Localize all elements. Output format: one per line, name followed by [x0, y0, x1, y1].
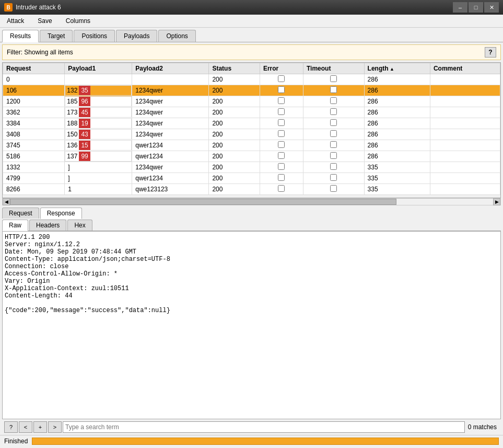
cell-payload2: 1234qwer	[132, 107, 209, 118]
cell-comment	[430, 162, 500, 173]
filter-help-button[interactable]: ?	[485, 47, 496, 58]
cell-status: 200	[209, 85, 260, 96]
cell-comment	[430, 85, 500, 96]
titlebar: B Intruder attack 6 – □ ✕	[0, 0, 503, 15]
cell-request: 3745	[3, 140, 65, 151]
search-input[interactable]	[63, 421, 465, 433]
col-payload1[interactable]: Payload1	[65, 63, 132, 74]
table-row[interactable]: 1332]1234qwer200335	[3, 162, 500, 173]
col-comment[interactable]: Comment	[430, 63, 500, 74]
search-matches: 0 matches	[466, 423, 499, 431]
table-row[interactable]: 518613799qwer1234200286	[3, 151, 500, 162]
status-progress	[32, 438, 499, 445]
col-timeout[interactable]: Timeout	[303, 63, 364, 74]
cell-request: 3408	[3, 129, 65, 140]
search-help-button[interactable]: ?	[4, 421, 18, 433]
status-text: Finished	[4, 438, 28, 445]
viewer-tab-hex[interactable]: Hex	[67, 220, 92, 231]
scroll-right-arrow[interactable]: ▶	[493, 198, 500, 205]
col-payload2[interactable]: Payload2	[132, 63, 209, 74]
cell-timeout	[303, 162, 364, 173]
table-row[interactable]: 106132351234qwer200286	[3, 85, 500, 96]
sub-tab-request[interactable]: Request	[2, 208, 39, 219]
cell-comment	[430, 140, 500, 151]
col-error[interactable]: Error	[260, 63, 303, 74]
cell-error	[260, 173, 303, 184]
col-length[interactable]: Length	[364, 63, 430, 74]
viewer-tab-headers[interactable]: Headers	[29, 220, 66, 231]
search-next-button[interactable]: >	[48, 421, 62, 433]
cell-payload2: 1234qwer	[132, 85, 209, 96]
cell-comment	[430, 151, 500, 162]
cell-payload1: ]	[65, 173, 132, 184]
tab-options[interactable]: Options	[158, 30, 195, 42]
cell-timeout	[303, 129, 364, 140]
scroll-thumb[interactable]	[10, 199, 396, 205]
col-request[interactable]: Request	[3, 63, 65, 74]
cell-length: 286	[364, 74, 430, 85]
scroll-left-arrow[interactable]: ◀	[3, 198, 10, 205]
response-content[interactable]: HTTP/1.1 200 Server: nginx/1.12.2 Date: …	[2, 231, 501, 419]
menu-columns[interactable]: Columns	[61, 16, 95, 26]
main-tab-bar: Results Target Positions Payloads Option…	[0, 28, 503, 42]
cell-payload2: 1234qwer	[132, 162, 209, 173]
tab-results[interactable]: Results	[2, 30, 39, 42]
menu-save[interactable]: Save	[33, 16, 56, 26]
cell-status: 200	[209, 173, 260, 184]
cell-status: 200	[209, 129, 260, 140]
cell-error	[260, 107, 303, 118]
cell-comment	[430, 118, 500, 129]
sub-tab-response[interactable]: Response	[40, 208, 82, 219]
table-row[interactable]: 0200286	[3, 74, 500, 85]
cell-payload1: 13799	[65, 151, 132, 162]
filter-bar: Filter: Showing all items ?	[2, 44, 501, 60]
col-status[interactable]: Status	[209, 63, 260, 74]
search-bar: ? < + > 0 matches	[2, 419, 501, 435]
minimize-button[interactable]: –	[453, 2, 467, 13]
table-row[interactable]: 3408150431234qwer200286	[3, 129, 500, 140]
search-prev-button[interactable]: <	[19, 421, 32, 433]
table-row[interactable]: 3362173451234qwer200286	[3, 107, 500, 118]
table-row[interactable]: 1200185961234qwer200286	[3, 96, 500, 107]
cell-error	[260, 151, 303, 162]
cell-error	[260, 129, 303, 140]
cell-payload1: 18596	[65, 96, 132, 107]
cell-error	[260, 118, 303, 129]
table-row[interactable]: 82661qwe123123200335	[3, 184, 500, 195]
viewer-tab-raw[interactable]: Raw	[2, 220, 28, 231]
tab-payloads[interactable]: Payloads	[116, 30, 157, 42]
cell-payload2: qwer1234	[132, 140, 209, 151]
cell-payload1: 17345	[65, 107, 132, 118]
tab-positions[interactable]: Positions	[74, 30, 115, 42]
table-wrapper[interactable]: Request Payload1 Payload2 Status Error T…	[3, 63, 500, 198]
sub-tab-bar: Request Response	[2, 208, 501, 219]
cell-request: 106	[3, 85, 65, 96]
scroll-track[interactable]	[10, 199, 493, 205]
table-row[interactable]: 3384188191234qwer200286	[3, 118, 500, 129]
cell-comment	[430, 129, 500, 140]
table-row[interactable]: 374513615qwer1234200286	[3, 140, 500, 151]
cell-length: 286	[364, 151, 430, 162]
bottom-section: Request Response Raw Headers Hex HTTP/1.…	[2, 208, 501, 435]
tab-target[interactable]: Target	[40, 30, 73, 42]
cell-payload2: 1234qwer	[132, 118, 209, 129]
cell-request: 4799	[3, 173, 65, 184]
cell-error	[260, 162, 303, 173]
table-row[interactable]: 4799]qwer1234200335	[3, 173, 500, 184]
cell-request: 3384	[3, 118, 65, 129]
search-add-button[interactable]: +	[33, 421, 47, 433]
cell-payload1	[65, 74, 132, 85]
cell-status: 200	[209, 118, 260, 129]
cell-request: 5186	[3, 151, 65, 162]
cell-timeout	[303, 184, 364, 195]
horizontal-scrollbar[interactable]: ◀ ▶	[2, 198, 501, 205]
cell-length: 335	[364, 184, 430, 195]
cell-error	[260, 74, 303, 85]
menu-attack[interactable]: Attack	[2, 16, 29, 26]
cell-length: 286	[364, 140, 430, 151]
cell-request: 0	[3, 74, 65, 85]
maximize-button[interactable]: □	[469, 2, 483, 13]
cell-timeout	[303, 140, 364, 151]
close-button[interactable]: ✕	[484, 2, 499, 13]
cell-status: 200	[209, 140, 260, 151]
